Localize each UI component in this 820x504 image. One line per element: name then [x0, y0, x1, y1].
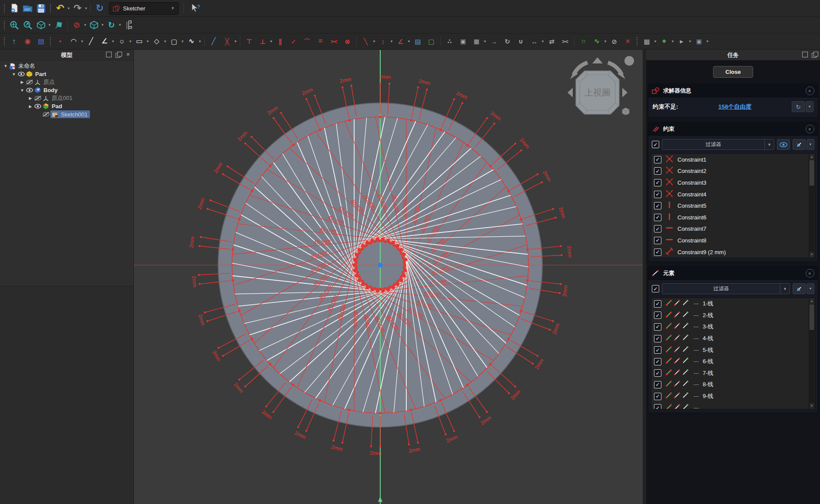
constrain-distance-button-dropdown[interactable]: ▼ [372, 40, 376, 43]
visibility-off-icon[interactable] [42, 112, 50, 117]
view-section-button[interactable]: ▤ [35, 36, 47, 47]
constraint-row[interactable]: Constraint6 [651, 212, 815, 223]
create-polyline-button-dropdown[interactable]: ▼ [111, 40, 115, 43]
constrain-distance-x-button-dropdown[interactable]: ▼ [389, 40, 394, 43]
constraint-row[interactable] [651, 258, 815, 258]
element-checkbox[interactable] [654, 358, 661, 365]
sketch-tools-button-dropdown[interactable]: ▼ [705, 40, 710, 43]
constraint-row[interactable]: Constraint7 [651, 223, 815, 235]
constraint-row[interactable]: Constraint5 [651, 200, 815, 212]
constraint-row[interactable]: Constraint8 [651, 235, 815, 246]
create-polygon-button-dropdown[interactable]: ▼ [163, 40, 167, 43]
symmetry-button-dropdown[interactable]: ▼ [541, 40, 545, 43]
create-polygon-button[interactable]: ◇ [151, 36, 163, 47]
toolbar-grip[interactable] [50, 36, 52, 46]
constrain-block-button[interactable]: ⊗ [342, 36, 353, 47]
constrain-distance-x-button[interactable]: ↕ [377, 36, 389, 47]
move-button[interactable]: → [488, 36, 500, 47]
element-checkbox[interactable] [654, 404, 661, 409]
join-curves-button[interactable]: >< [559, 36, 571, 47]
constraint-row[interactable]: Constraint9 (2 mm) [651, 246, 815, 258]
constrain-coincident-button[interactable]: ⊤ [243, 36, 255, 47]
toolbar-grip[interactable] [3, 20, 6, 30]
activate-constraint-button[interactable]: ▢ [425, 36, 437, 47]
elements-settings-button[interactable] [793, 283, 806, 294]
solver-refresh-dropdown[interactable]: ▼ [806, 101, 813, 112]
constraints-settings-dropdown[interactable]: ▼ [807, 139, 814, 150]
isometric-view-button[interactable] [35, 19, 47, 31]
elements-filter-dropdown[interactable]: 过滤器 ▼ [662, 283, 790, 294]
select-elements-button[interactable]: ∴ [444, 36, 455, 47]
open-file-button[interactable] [22, 3, 33, 14]
solver-refresh-button[interactable]: ↻ [792, 101, 805, 112]
elements-master-checkbox[interactable] [652, 285, 659, 292]
trim-edge-button-dropdown[interactable]: ▼ [233, 40, 238, 43]
create-arc-button[interactable]: ◠ [68, 36, 80, 47]
dof-link[interactable]: 158个自由度 [682, 103, 789, 111]
element-checkbox[interactable] [654, 300, 661, 308]
toolbar-grip[interactable] [3, 3, 6, 13]
refresh-button[interactable]: ↻ [94, 3, 106, 14]
toggle-snap-button-dropdown[interactable]: ▼ [671, 40, 675, 43]
sync-view-button-dropdown[interactable]: ▼ [118, 23, 122, 27]
constraints-scrollbar[interactable]: ▲▼ [809, 154, 814, 257]
visibility-off-icon[interactable] [33, 96, 42, 101]
create-slot-button-dropdown[interactable]: ▼ [180, 40, 185, 43]
task-float-button[interactable] [802, 52, 808, 57]
constrain-symmetric-button[interactable]: >< [328, 36, 340, 47]
workbench-selector[interactable]: Sketcher ▼ [109, 2, 179, 15]
rotate-button[interactable]: ↻ [501, 36, 513, 47]
constraint-row[interactable]: Constraint1 [651, 154, 815, 166]
constraint-checkbox[interactable] [654, 167, 661, 175]
tree-expander-icon[interactable]: ▶ [27, 104, 33, 109]
fit-selection-button[interactable] [22, 19, 33, 31]
element-row[interactable]: —4-线 [651, 333, 815, 345]
element-checkbox[interactable] [654, 312, 661, 319]
create-point-button[interactable]: ● [54, 36, 66, 47]
box-selection-button[interactable] [88, 19, 100, 31]
task-overlay-button[interactable] [812, 52, 817, 57]
toggle-construction-button[interactable]: ╱ [208, 36, 219, 47]
constraints-filter-dropdown[interactable]: 过滤器 ▼ [662, 139, 774, 150]
create-rectangle-button-dropdown[interactable]: ▼ [146, 40, 150, 43]
element-row[interactable]: —3-线 [651, 321, 815, 333]
visibility-on-icon[interactable] [33, 104, 42, 109]
constraint-checkbox[interactable] [654, 156, 661, 163]
elements-scrollbar[interactable]: ▲▼ [809, 298, 814, 408]
toolbar-grip[interactable] [636, 36, 638, 46]
panel-float-button[interactable] [106, 52, 112, 57]
tree-expander-icon[interactable]: ▼ [3, 64, 9, 68]
remove-axes-alignment-button[interactable]: ⇄ [546, 36, 558, 47]
tree-item-pad[interactable]: ▶Pad [0, 103, 133, 111]
leave-sketch-button[interactable]: ↑ [8, 36, 20, 47]
isometric-view-button-dropdown[interactable]: ▼ [47, 23, 52, 27]
element-row[interactable]: —7-线 [651, 368, 815, 379]
create-rectangle-button[interactable]: ▭ [133, 36, 145, 47]
measure-button[interactable] [123, 19, 135, 31]
rectangular-array-button[interactable]: ▦ [471, 36, 482, 47]
new-file-button[interactable] [8, 3, 20, 14]
constraint-checkbox[interactable] [654, 202, 661, 209]
draw-style-button[interactable]: ⊘ [71, 19, 83, 31]
constrain-parallel-button[interactable]: ∥ [274, 36, 286, 47]
tree-expander-icon[interactable]: ▼ [19, 88, 25, 93]
element-row[interactable]: —2-线 [651, 310, 815, 322]
toggle-grid-button[interactable]: ▦ [641, 36, 653, 47]
constrain-angle-button-dropdown[interactable]: ▼ [407, 40, 411, 43]
element-row[interactable]: —6-线 [651, 356, 815, 368]
toggle-driving-constraint-button[interactable]: ▤ [412, 36, 424, 47]
offset-button[interactable]: ∪ [515, 36, 527, 47]
create-line-button[interactable]: ╱ [85, 36, 97, 47]
tree-expander-icon[interactable]: ▶ [19, 80, 25, 84]
element-row[interactable]: —1-线 [651, 298, 815, 310]
create-slot-button[interactable]: ▢ [168, 36, 180, 47]
tree-item-未命名[interactable]: ▼未命名 [0, 62, 133, 70]
whats-this-button[interactable]: ? [189, 3, 201, 14]
draw-style-button-dropdown[interactable]: ▼ [83, 23, 87, 27]
constraint-row[interactable]: Constraint3 [651, 177, 815, 189]
render-order-button[interactable]: ► [676, 36, 687, 47]
box-selection-button-dropdown[interactable]: ▼ [100, 23, 105, 27]
create-bspline-button-dropdown[interactable]: ▼ [198, 40, 202, 43]
solver-info-header[interactable]: 求解器信息 « [648, 84, 818, 97]
view-sketch-button[interactable]: ◉ [22, 36, 33, 47]
